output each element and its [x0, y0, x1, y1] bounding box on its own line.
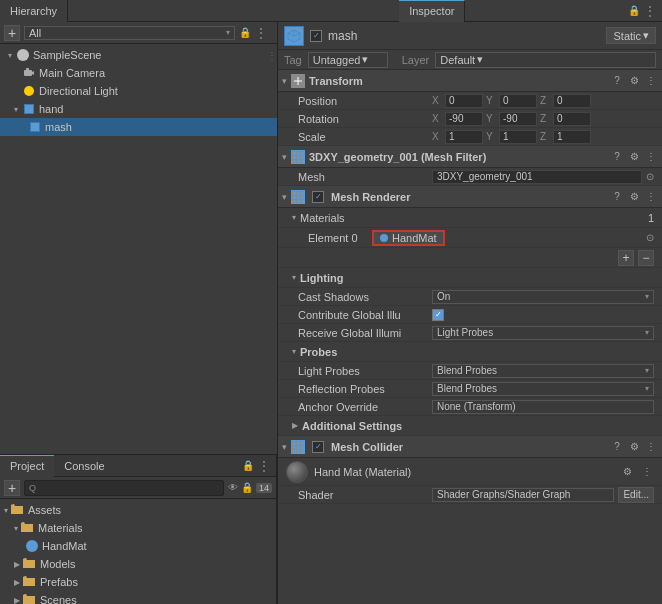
- mesh-filter-settings[interactable]: ⚙: [627, 150, 641, 164]
- transform-component-header[interactable]: ▾ Transform ? ⚙ ⋮: [278, 70, 662, 92]
- mesh-target-icon[interactable]: ⊙: [646, 171, 654, 182]
- hierarchy-more-icon[interactable]: ⋮: [255, 26, 267, 40]
- mesh-filter-header[interactable]: ▾ 3DXY_geometry_001 (Mesh Filter) ? ⚙ ⋮: [278, 146, 662, 168]
- rotation-z-field[interactable]: 0: [553, 112, 591, 126]
- probes-section[interactable]: ▾ Probes: [278, 342, 662, 362]
- mesh-value-field[interactable]: 3DXY_geometry_001: [432, 170, 642, 184]
- hier-item-mash[interactable]: mash: [0, 118, 277, 136]
- project-search[interactable]: Q: [24, 480, 224, 496]
- anchor-override-label: Anchor Override: [298, 401, 428, 413]
- mesh-renderer-help[interactable]: ?: [610, 190, 624, 204]
- mesh-renderer-title: Mesh Renderer: [331, 191, 606, 203]
- eye-icon[interactable]: 👁: [228, 482, 238, 493]
- mesh-renderer-enabled[interactable]: ✓: [312, 191, 324, 203]
- more-icon[interactable]: ⋮: [644, 4, 656, 18]
- proj-scenes-folder[interactable]: ▶ Scenes: [0, 591, 276, 604]
- project-tab[interactable]: Project: [0, 455, 54, 477]
- transform-title: Transform: [309, 75, 606, 87]
- anchor-override-dropdown[interactable]: None (Transform): [432, 400, 654, 414]
- badge: 14: [256, 483, 272, 493]
- mesh-collider-header[interactable]: ▾ ✓ Mesh Collider ? ⚙ ⋮: [278, 436, 662, 458]
- element-target-icon[interactable]: ⊙: [646, 232, 654, 243]
- contribute-checkbox[interactable]: ✓: [432, 309, 444, 321]
- mesh-collider-icons: ? ⚙ ⋮: [610, 440, 658, 454]
- project-lock2-icon[interactable]: 🔒: [241, 482, 253, 493]
- hier-item-main-camera[interactable]: Main Camera: [0, 64, 277, 82]
- proj-handmat[interactable]: HandMat: [0, 537, 276, 555]
- lighting-section[interactable]: ▾ Lighting: [278, 268, 662, 288]
- mesh-renderer-settings[interactable]: ⚙: [627, 190, 641, 204]
- object-enabled-checkbox[interactable]: ✓: [310, 30, 322, 42]
- samplescene-more[interactable]: ⋮: [267, 50, 277, 61]
- proj-materials-folder[interactable]: ▾ Materials: [0, 519, 276, 537]
- mesh-filter-more[interactable]: ⋮: [644, 150, 658, 164]
- project-add-button[interactable]: +: [4, 480, 20, 496]
- mat-remove-button[interactable]: −: [638, 250, 654, 266]
- shader-edit-btn[interactable]: Edit...: [618, 487, 654, 503]
- transform-more-icon[interactable]: ⋮: [644, 74, 658, 88]
- mesh-renderer-arrow: ▾: [282, 192, 287, 202]
- models-folder-icon: [22, 557, 36, 571]
- shader-dropdown[interactable]: Shader Graphs/Shader Graph: [432, 488, 614, 502]
- tag-dropdown[interactable]: Untagged ▾: [308, 52, 388, 68]
- reflection-probes-dropdown[interactable]: Blend Probes ▾: [432, 382, 654, 396]
- project-more-icon[interactable]: ⋮: [258, 459, 270, 473]
- mesh-filter-help[interactable]: ?: [610, 150, 624, 164]
- position-x-field[interactable]: 0: [445, 94, 483, 108]
- scale-z-field[interactable]: 1: [553, 130, 591, 144]
- transform-help-icon[interactable]: ?: [610, 74, 624, 88]
- scale-y-field[interactable]: 1: [499, 130, 537, 144]
- contribute-label: Contribute Global Illu: [298, 309, 428, 321]
- hierarchy-tab[interactable]: Hierarchy: [0, 0, 68, 22]
- object-name: mash: [328, 29, 600, 43]
- layer-dropdown[interactable]: Default ▾: [435, 52, 656, 68]
- materials-label: Materials: [300, 212, 634, 224]
- mesh-collider-settings[interactable]: ⚙: [627, 440, 641, 454]
- proj-models-folder[interactable]: ▶ Models: [0, 555, 276, 573]
- hierarchy-lock-icon[interactable]: 🔒: [239, 27, 251, 38]
- position-y-field[interactable]: 0: [499, 94, 537, 108]
- mesh-collider-enabled[interactable]: ✓: [312, 441, 324, 453]
- receive-dropdown[interactable]: Light Probes ▾: [432, 326, 654, 340]
- lock-icon[interactable]: 🔒: [628, 5, 640, 16]
- element-0-row: Element 0 HandMat ⊙: [278, 228, 662, 248]
- position-z-field[interactable]: 0: [553, 94, 591, 108]
- proj-prefabs-folder[interactable]: ▶ Prefabs: [0, 573, 276, 591]
- mesh-renderer-header[interactable]: ▾ ✓ Mesh Renderer ? ⚙ ⋮: [278, 186, 662, 208]
- hier-item-samplescene[interactable]: ▾ SampleScene ⋮: [0, 46, 277, 64]
- scale-x-field[interactable]: 1: [445, 130, 483, 144]
- transform-settings-icon[interactable]: ⚙: [627, 74, 641, 88]
- rotation-x-field[interactable]: -90: [445, 112, 483, 126]
- mesh-collider-more[interactable]: ⋮: [644, 440, 658, 454]
- cast-shadows-dropdown[interactable]: On ▾: [432, 290, 654, 304]
- hierarchy-add-button[interactable]: +: [4, 25, 20, 41]
- mat-preview-settings[interactable]: ⚙: [620, 465, 634, 479]
- project-lock-icon[interactable]: 🔒: [242, 460, 254, 471]
- handmat-icon: [26, 540, 38, 552]
- hier-item-hand[interactable]: ▾ hand: [0, 100, 277, 118]
- console-tab[interactable]: Console: [54, 455, 114, 477]
- mesh-renderer-more[interactable]: ⋮: [644, 190, 658, 204]
- directional-light-label: Directional Light: [39, 85, 118, 97]
- hierarchy-all-dropdown[interactable]: All ▾: [24, 26, 235, 40]
- position-row: Position X 0 Y 0 Z 0: [278, 92, 662, 110]
- all-dropdown-arrow: ▾: [226, 28, 230, 37]
- mesh-prop-label: Mesh: [298, 171, 428, 183]
- mat-add-button[interactable]: +: [618, 250, 634, 266]
- rot-x-label: X: [432, 113, 442, 124]
- light-probes-dropdown[interactable]: Blend Probes ▾: [432, 364, 654, 378]
- rotation-y-field[interactable]: -90: [499, 112, 537, 126]
- mat-preview-more[interactable]: ⋮: [640, 465, 654, 479]
- proj-assets-root[interactable]: ▾ Assets: [0, 501, 276, 519]
- position-label: Position: [298, 95, 428, 107]
- hier-item-directional-light[interactable]: Directional Light: [0, 82, 277, 100]
- scale-y-label: Y: [486, 131, 496, 142]
- additional-settings-section[interactable]: ▶ Additional Settings: [278, 416, 662, 436]
- handmat-button[interactable]: HandMat: [372, 230, 445, 246]
- reflection-probes-arrow: ▾: [645, 384, 649, 393]
- mesh-filter-icons: ? ⚙ ⋮: [610, 150, 658, 164]
- inspector-tab[interactable]: Inspector: [399, 0, 465, 22]
- static-button[interactable]: Static ▾: [606, 27, 656, 44]
- mesh-collider-help[interactable]: ?: [610, 440, 624, 454]
- mesh-field-row: Mesh 3DXY_geometry_001 ⊙: [278, 168, 662, 186]
